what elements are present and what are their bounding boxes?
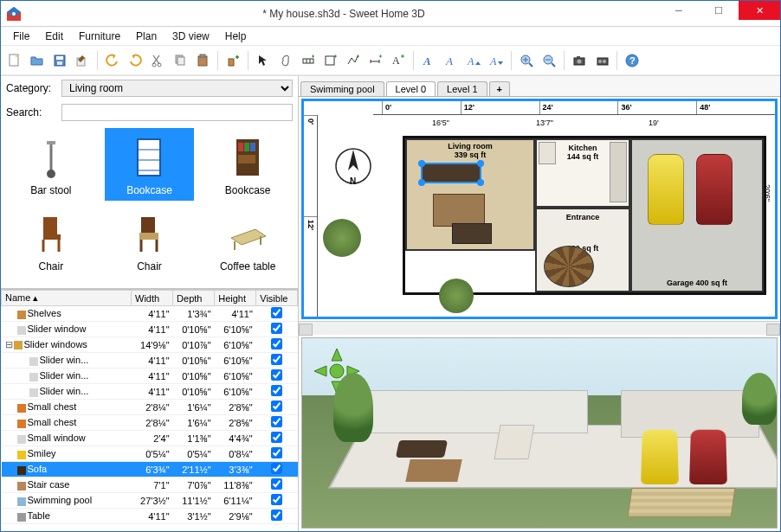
paste-button[interactable] <box>192 50 213 71</box>
visible-checkbox[interactable] <box>271 432 282 443</box>
car-yellow[interactable] <box>648 154 684 225</box>
text-italic-button[interactable]: A <box>441 50 462 71</box>
furniture-table[interactable]: Name ▴WidthDepthHeightVisible Shelves4'1… <box>1 289 298 531</box>
tab-level-0[interactable]: Level 0 <box>386 81 436 96</box>
visible-checkbox[interactable] <box>271 323 282 334</box>
table-row[interactable]: Slider window4'11"0'10⅝"6'10⅝" <box>2 322 298 337</box>
table-row[interactable]: Small chest2'8¼"1'6¼"2'8⅝" <box>2 400 298 415</box>
room-garage: Garage 400 sq ft <box>630 138 764 292</box>
catalog-thumb <box>123 208 175 259</box>
room-tool[interactable] <box>320 50 341 71</box>
polyline-tool[interactable] <box>343 50 364 71</box>
table-row[interactable]: Smiley0'5¼"0'5¼"0'8¼" <box>2 446 298 462</box>
tab-swimming-pool[interactable]: Swimming pool <box>300 81 384 96</box>
table-row[interactable]: Table4'11"3'1½"2'9⅛" <box>2 509 298 524</box>
window-title: * My house.sh3d - Sweet Home 3D <box>29 8 659 20</box>
col-height[interactable]: Height <box>215 291 256 306</box>
table-row[interactable]: Small window2'4"1'1⅜"4'4¾" <box>2 431 298 446</box>
menu-plan[interactable]: Plan <box>129 29 164 44</box>
table-row[interactable]: Sofa6'3¾"2'11½"3'3⅜" <box>2 462 298 478</box>
select-tool[interactable] <box>253 50 274 71</box>
save-button[interactable] <box>49 50 70 71</box>
tab-level-1[interactable]: Level 1 <box>437 81 487 96</box>
table-row[interactable]: Slider win...4'11"0'10⅝"6'10⅝" <box>2 353 298 369</box>
add-furniture-button[interactable] <box>223 50 243 71</box>
close-button[interactable]: ✕ <box>739 1 780 20</box>
3d-view[interactable] <box>301 337 778 529</box>
visible-checkbox[interactable] <box>271 494 282 505</box>
table-row[interactable]: Small chest2'8¼"1'6¼"2'8⅝" <box>2 415 298 431</box>
sofa-item[interactable] <box>421 163 481 183</box>
open-button[interactable] <box>27 50 48 71</box>
visible-checkbox[interactable] <box>271 369 282 381</box>
svg-rect-26 <box>577 56 580 58</box>
menu-edit[interactable]: Edit <box>38 29 70 44</box>
table-item[interactable] <box>452 223 492 244</box>
visible-checkbox[interactable] <box>271 338 282 349</box>
visible-checkbox[interactable] <box>271 416 282 427</box>
cut-button[interactable] <box>147 50 168 71</box>
catalog-item-3[interactable]: Chair <box>6 204 96 277</box>
table-row[interactable]: Swimming pool27'3½"11'1½"6'11¼" <box>2 493 298 509</box>
pan-tool[interactable] <box>275 50 296 71</box>
col-visible[interactable]: Visible <box>256 291 298 306</box>
floorplan-view[interactable]: 0'12'24'36'48' 0'12' N 16'5" 13'7" 19' 2… <box>301 99 778 319</box>
category-select[interactable]: Living room <box>61 80 293 97</box>
visible-checkbox[interactable] <box>271 307 282 318</box>
preferences-button[interactable] <box>72 50 93 71</box>
visible-checkbox[interactable] <box>271 510 282 521</box>
help-button[interactable]: ? <box>622 50 642 71</box>
catalog-item-5[interactable]: Coffee table <box>203 204 293 277</box>
table-row[interactable]: ⊟Slider windows14'9⅛"0'10⅞"6'10⅝" <box>2 337 298 353</box>
visible-checkbox[interactable] <box>271 478 282 490</box>
titlebar: * My house.sh3d - Sweet Home 3D ─ ☐ ✕ <box>1 1 780 27</box>
text-tool[interactable]: A <box>388 50 409 71</box>
menu-3dview[interactable]: 3D view <box>165 29 216 44</box>
col-width[interactable]: Width <box>132 291 173 306</box>
catalog-item-4[interactable]: Chair <box>105 204 195 277</box>
undo-button[interactable] <box>102 50 123 71</box>
svg-text:A: A <box>467 55 474 67</box>
rug-item[interactable] <box>433 194 485 227</box>
car-red-3d <box>689 430 727 484</box>
copy-button[interactable] <box>170 50 190 71</box>
menu-furniture[interactable]: Furniture <box>72 29 127 44</box>
menu-help[interactable]: Help <box>218 29 254 44</box>
floorplan-scrollbar[interactable] <box>299 321 780 335</box>
furniture-catalog[interactable]: Bar stoolBookcaseBookcaseChairChairCoffe… <box>1 125 298 289</box>
visible-checkbox[interactable] <box>271 354 282 365</box>
3d-house <box>363 373 759 519</box>
maximize-button[interactable]: ☐ <box>699 1 739 20</box>
text-decrease-button[interactable]: A <box>486 50 507 71</box>
car-red[interactable] <box>696 154 733 225</box>
table-row[interactable]: Slider win...4'11"0'10⅝"6'10⅝" <box>2 384 298 400</box>
staircase-item[interactable] <box>544 246 594 287</box>
minimize-button[interactable]: ─ <box>659 1 699 20</box>
svg-text:A: A <box>392 54 400 67</box>
text-bold-button[interactable]: A <box>418 50 439 71</box>
visible-checkbox[interactable] <box>271 385 282 396</box>
wall-tool[interactable] <box>298 50 319 71</box>
menu-file[interactable]: File <box>6 29 36 44</box>
catalog-item-1[interactable]: Bookcase <box>105 128 195 201</box>
tab-add[interactable]: + <box>489 81 510 96</box>
col-depth[interactable]: Depth <box>173 291 215 306</box>
visible-checkbox[interactable] <box>271 401 282 412</box>
table-row[interactable]: Slider win...4'11"0'10⅝"6'10⅝" <box>2 369 298 384</box>
catalog-item-2[interactable]: Bookcase <box>203 128 293 201</box>
zoom-in-button[interactable] <box>516 50 537 71</box>
visible-checkbox[interactable] <box>271 463 282 474</box>
photo-button[interactable] <box>569 50 590 71</box>
video-button[interactable] <box>591 50 612 71</box>
text-increase-button[interactable]: A <box>463 50 484 71</box>
catalog-item-0[interactable]: Bar stool <box>6 128 96 201</box>
zoom-out-button[interactable] <box>539 50 559 71</box>
table-row[interactable]: Stair case7'1"7'0⅞"11'8⅜" <box>2 478 298 493</box>
dimension-tool[interactable] <box>365 50 386 71</box>
visible-checkbox[interactable] <box>271 447 282 458</box>
search-input[interactable] <box>61 104 293 121</box>
col-name[interactable]: Name ▴ <box>2 291 132 306</box>
table-row[interactable]: Shelves4'11"1'3¾"4'11" <box>2 306 298 322</box>
redo-button[interactable] <box>125 50 145 71</box>
new-button[interactable] <box>4 50 25 71</box>
